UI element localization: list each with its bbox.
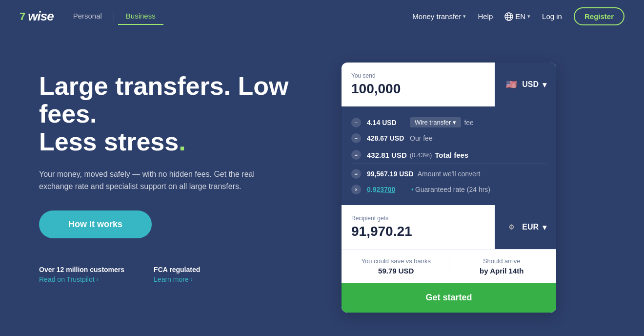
send-row: You send 🇺🇸 USD ▾ <box>342 63 556 106</box>
usd-flag-icon: 🇺🇸 <box>504 80 518 89</box>
send-input-area: You send <box>342 63 495 106</box>
receive-row: Recipient gets 91,970.21 ⚙ EUR ▾ <box>342 205 556 249</box>
help-link[interactable]: Help <box>478 12 493 21</box>
wire-fee-label: fee <box>464 119 473 126</box>
chevron-down-icon: ▾ <box>453 119 456 126</box>
logo[interactable]: 7 wise <box>20 9 54 24</box>
trustpilot-link[interactable]: Read on Trustpilot › <box>39 275 124 283</box>
svg-point-1 <box>507 13 511 21</box>
eur-flag-icon: ⚙ <box>504 222 518 232</box>
arrow-icon: › <box>97 276 99 283</box>
our-fee-amount: 428.67 USD <box>367 134 406 142</box>
nav-tab-business[interactable]: Business <box>118 8 163 25</box>
exchange-rate: 0.923700 <box>367 186 406 193</box>
minus-icon: − <box>351 133 361 143</box>
equals-icon: = <box>351 169 361 179</box>
fees-section: − 4.14 USD Wire transfer ▾ fee − 428.67 … <box>342 106 556 205</box>
nav-tabs: Personal Business <box>65 8 163 25</box>
fca-link[interactable]: Learn more › <box>154 275 200 283</box>
calculator: You send 🇺🇸 USD ▾ − 4.14 USD Wire transf… <box>342 63 556 313</box>
our-fee-row: − 428.67 USD Our fee <box>351 130 546 146</box>
login-link[interactable]: Log in <box>542 12 562 21</box>
arrow-icon: › <box>191 276 193 283</box>
hero-section: Large transfers. Low fees. Less stress. … <box>39 63 322 283</box>
globe-icon <box>504 12 513 21</box>
rate-label: Guaranteed rate (24 hrs) <box>415 186 490 193</box>
wire-fee-row: − 4.14 USD Wire transfer ▾ fee <box>351 114 546 130</box>
total-fee-pct: (0.43%) <box>410 151 432 159</box>
times-icon: × <box>351 185 361 194</box>
arrive-label: Should arrive <box>457 257 547 265</box>
hero-headline: Large transfers. Low fees. Less stress. <box>39 72 322 156</box>
header-right: Money transfer ▾ Help EN ▾ Log in Regist… <box>412 7 624 25</box>
headline-line1: Large transfers. Low fees. <box>39 72 288 128</box>
send-currency-button[interactable]: 🇺🇸 USD ▾ <box>495 63 556 106</box>
savings-item: You could save vs banks 59.79 USD <box>351 257 441 275</box>
chevron-down-icon: ▾ <box>527 13 530 20</box>
rate-dot-icon: • <box>411 186 414 193</box>
money-transfer-link[interactable]: Money transfer ▾ <box>412 12 466 21</box>
wire-transfer-dropdown[interactable]: Wire transfer ▾ <box>410 117 461 127</box>
logo-mark: 7 <box>20 10 25 23</box>
convert-label: Amount we'll convert <box>418 170 481 178</box>
nav-divider <box>114 12 114 21</box>
headline-dot: . <box>179 127 185 156</box>
nav-tab-personal[interactable]: Personal <box>65 8 110 25</box>
wire-fee-amount: 4.14 USD <box>367 119 406 126</box>
savings-divider <box>449 257 449 275</box>
receive-currency-label: EUR <box>522 223 539 231</box>
register-button[interactable]: Register <box>574 7 624 25</box>
svg-point-0 <box>505 13 513 21</box>
calc-card: You send 🇺🇸 USD ▾ − 4.14 USD Wire transf… <box>342 63 556 313</box>
total-fee-label: Total fees <box>435 151 468 159</box>
proof-fca-title: FCA regulated <box>154 266 200 273</box>
how-it-works-button[interactable]: How it works <box>39 210 152 238</box>
arrive-item: Should arrive by April 14th <box>457 257 547 275</box>
receive-label: Recipient gets <box>351 215 485 222</box>
convert-row: = 99,567.19 USD Amount we'll convert <box>351 166 546 182</box>
chevron-down-icon: ▾ <box>463 13 466 20</box>
proof-customers: Over 12 million customers Read on Trustp… <box>39 266 124 283</box>
savings-row: You could save vs banks 59.79 USD Should… <box>342 249 556 283</box>
logo-text: wise <box>28 9 53 24</box>
receive-currency-button[interactable]: ⚙ EUR ▾ <box>495 205 556 249</box>
our-fee-label: Our fee <box>410 134 433 142</box>
receive-input-area: Recipient gets 91,970.21 <box>342 205 495 249</box>
send-currency-label: USD <box>522 80 539 89</box>
headline-line2: Less stress <box>39 127 179 156</box>
total-fees-row: = 432.81 USD (0.43%) Total fees <box>351 146 546 164</box>
receive-amount: 91,970.21 <box>351 224 485 239</box>
proof-fca: FCA regulated Learn more › <box>154 266 200 283</box>
total-fee-amount: 432.81 USD <box>367 151 407 159</box>
language-selector[interactable]: EN ▾ <box>504 12 530 21</box>
chevron-down-icon: ▾ <box>543 80 546 89</box>
hero-subtext: Your money, moved safely — with no hidde… <box>39 168 263 193</box>
equals-icon: = <box>351 150 361 160</box>
minus-icon: − <box>351 118 361 127</box>
get-started-button[interactable]: Get started <box>342 283 556 313</box>
chevron-down-icon: ▾ <box>543 223 546 232</box>
savings-label: You could save vs banks <box>351 257 441 265</box>
convert-amount: 99,567.19 USD <box>367 170 414 178</box>
arrive-value: by April 14th <box>457 267 547 275</box>
send-label: You send <box>351 72 485 79</box>
proof-customers-title: Over 12 million customers <box>39 266 124 273</box>
send-amount-input[interactable] <box>351 81 485 97</box>
social-proof: Over 12 million customers Read on Trustp… <box>39 266 322 283</box>
rate-row: × 0.923700 • Guaranteed rate (24 hrs) <box>351 182 546 197</box>
savings-value: 59.79 USD <box>351 267 441 275</box>
